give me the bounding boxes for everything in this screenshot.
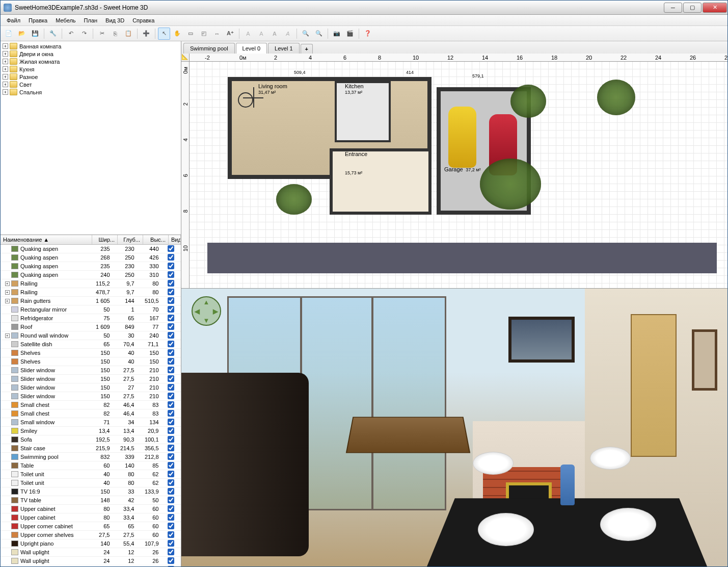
visibility-checkbox[interactable] — [168, 471, 174, 477]
furniture-row[interactable]: Upper corner cabinet656560 — [1, 522, 181, 531]
visibility-checkbox[interactable] — [168, 531, 174, 538]
visibility-checkbox[interactable] — [168, 349, 174, 356]
furniture-row[interactable]: TV table1484250 — [1, 496, 181, 505]
visibility-checkbox[interactable] — [168, 453, 174, 460]
furniture-row[interactable]: Upper corner shelves27,527,560 — [1, 531, 181, 539]
visibility-checkbox[interactable] — [168, 289, 174, 295]
visibility-checkbox[interactable] — [168, 445, 174, 451]
catalog-item[interactable]: +Жилая комната — [2, 58, 180, 65]
visibility-checkbox[interactable] — [168, 401, 174, 408]
redo-icon[interactable]: ↷ — [78, 28, 90, 40]
visibility-checkbox[interactable] — [168, 419, 174, 425]
zoom-in-icon[interactable]: 🔍 — [300, 28, 312, 40]
furniture-row[interactable]: Quaking aspen268250426 — [1, 253, 181, 262]
photo-icon[interactable]: 📷 — [331, 28, 343, 40]
furniture-row[interactable]: +Railing478,79,780 — [1, 288, 181, 297]
visibility-checkbox[interactable] — [168, 315, 174, 321]
furniture-row[interactable]: Shelves15040150 — [1, 357, 181, 366]
pan-icon[interactable]: ✋ — [171, 28, 183, 40]
menu-3dview[interactable]: Вид 3D — [101, 16, 128, 25]
visibility-checkbox[interactable] — [168, 271, 174, 278]
bold-icon[interactable]: A — [268, 28, 281, 40]
catalog-item[interactable]: +Спальня — [2, 88, 180, 96]
catalog-item[interactable]: +Свет — [2, 81, 180, 88]
menu-plan[interactable]: План — [80, 16, 102, 25]
visibility-checkbox[interactable] — [168, 332, 174, 339]
visibility-checkbox[interactable] — [168, 358, 174, 365]
text-large-icon[interactable]: A — [255, 28, 267, 40]
menu-edit[interactable]: Правка — [24, 16, 51, 25]
furniture-row[interactable]: Smiley13,413,420,9 — [1, 427, 181, 435]
catalog-tree[interactable]: +Ванная комната+Двери и окна+Жилая комна… — [1, 41, 181, 235]
visibility-checkbox[interactable] — [168, 375, 174, 382]
undo-icon[interactable]: ↶ — [65, 28, 77, 40]
expand-icon[interactable]: + — [3, 74, 8, 80]
new-icon[interactable]: 📄 — [3, 28, 15, 40]
save-icon[interactable]: 💾 — [29, 28, 41, 40]
visibility-checkbox[interactable] — [168, 245, 174, 252]
nav-up-icon[interactable]: ▲ — [203, 298, 210, 306]
plan-view[interactable]: 📐 -20м246810121416182022242628 0м246810 — [181, 54, 727, 288]
furniture-row[interactable]: Quaking aspen240250310 — [1, 271, 181, 279]
visibility-checkbox[interactable] — [168, 410, 174, 417]
furniture-row[interactable]: Slider window15027210 — [1, 383, 181, 392]
furniture-row[interactable]: Slider window15027,5210 — [1, 366, 181, 375]
3d-nav-widget[interactable]: ▲ ◀▶ ▼ — [192, 296, 221, 326]
furniture-row[interactable]: Sofa192,590,3100,1 — [1, 435, 181, 444]
expand-icon[interactable]: + — [3, 59, 8, 64]
visibility-checkbox[interactable] — [168, 263, 174, 269]
visibility-checkbox[interactable] — [168, 393, 174, 399]
open-icon[interactable]: 📂 — [16, 28, 28, 40]
maximize-button[interactable]: ▢ — [683, 3, 702, 13]
text-small-icon[interactable]: A — [242, 28, 254, 40]
close-button[interactable]: ✕ — [703, 3, 727, 13]
furniture-row[interactable]: Rectangular mirror50170 — [1, 305, 181, 314]
visibility-checkbox[interactable] — [168, 514, 174, 521]
expand-icon[interactable]: + — [3, 89, 8, 95]
visibility-checkbox[interactable] — [168, 540, 174, 547]
visibility-checkbox[interactable] — [168, 479, 174, 486]
zoom-out-icon[interactable]: 🔍 — [313, 28, 325, 40]
wall-icon[interactable]: ▭ — [184, 28, 197, 40]
visibility-checkbox[interactable] — [168, 488, 174, 495]
floor-plan[interactable]: Living room31,47 м² Kitchen13,37 м² Entr… — [190, 62, 727, 288]
furniture-row[interactable]: +Railing115,29,780 — [1, 279, 181, 288]
expand-icon[interactable]: + — [3, 51, 8, 57]
select-icon[interactable]: ↖ — [158, 28, 170, 40]
visibility-checkbox[interactable] — [168, 280, 174, 287]
tab-swimming-pool[interactable]: Swimming pool — [183, 43, 235, 54]
furniture-row[interactable]: Small chest8246,483 — [1, 401, 181, 409]
italic-icon[interactable]: A — [282, 28, 294, 40]
furniture-row[interactable]: Slider window15027,5210 — [1, 375, 181, 383]
tab-level-1[interactable]: Level 1 — [268, 43, 299, 54]
furniture-row[interactable]: Upper cabinet8033,460 — [1, 505, 181, 513]
menu-help[interactable]: Справка — [128, 16, 158, 25]
visibility-checkbox[interactable] — [168, 427, 174, 434]
col-visible[interactable]: Видимо... — [169, 235, 181, 244]
nav-down-icon[interactable]: ▼ — [203, 317, 210, 324]
nav-right-icon[interactable]: ▶ — [213, 307, 218, 315]
visibility-checkbox[interactable] — [168, 367, 174, 373]
col-depth[interactable]: Глуб... — [118, 235, 143, 244]
room-icon[interactable]: ◰ — [198, 28, 210, 40]
furniture-row[interactable]: Stair case215,9214,5356,5 — [1, 444, 181, 453]
visibility-checkbox[interactable] — [168, 384, 174, 391]
dimension-icon[interactable]: ↔ — [211, 28, 223, 40]
visibility-checkbox[interactable] — [168, 323, 174, 330]
visibility-checkbox[interactable] — [168, 566, 174, 567]
furniture-row[interactable]: Small chest8246,483 — [1, 409, 181, 418]
visibility-checkbox[interactable] — [168, 341, 174, 347]
visibility-checkbox[interactable] — [168, 505, 174, 512]
furniture-row[interactable]: Toilet unit408062 — [1, 479, 181, 487]
furniture-row[interactable]: Toilet unit408062 — [1, 470, 181, 479]
furniture-row[interactable]: Swimming pool832339212,8 — [1, 453, 181, 461]
visibility-checkbox[interactable] — [168, 497, 174, 503]
menu-file[interactable]: Файл — [3, 16, 24, 25]
furniture-row[interactable]: Upright piano14055,4107,9 — [1, 539, 181, 548]
furniture-row[interactable]: Upper cabinet8033,460 — [1, 513, 181, 522]
visibility-checkbox[interactable] — [168, 297, 174, 304]
cut-icon[interactable]: ✂ — [96, 28, 108, 40]
copy-icon[interactable]: ⎘ — [109, 28, 121, 40]
add-furniture-icon[interactable]: ➕ — [140, 28, 152, 40]
col-height[interactable]: Выс... — [143, 235, 169, 244]
